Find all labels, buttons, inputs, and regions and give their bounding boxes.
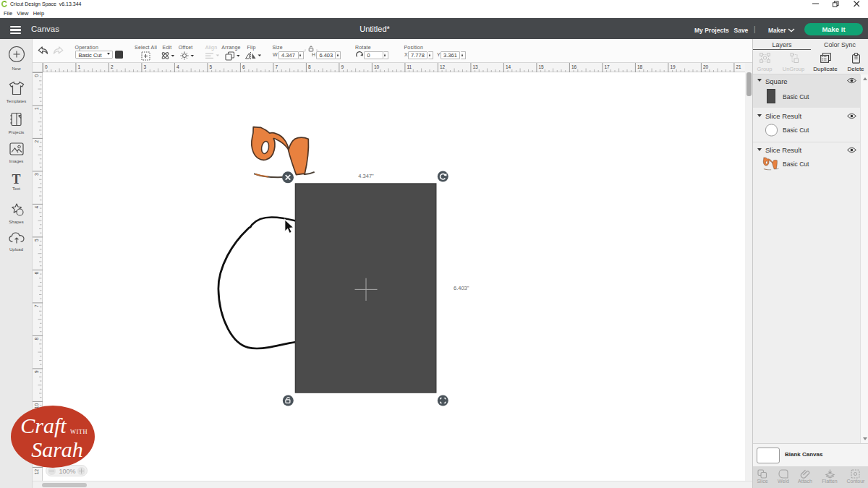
svg-text:17: 17 (604, 64, 610, 69)
svg-text:8: 8 (34, 338, 39, 341)
svg-text:1: 1 (34, 107, 39, 110)
svg-text:3: 3 (34, 173, 39, 176)
svg-text:21: 21 (736, 64, 741, 69)
svg-text:8: 8 (308, 64, 311, 69)
svg-text:6: 6 (34, 272, 39, 275)
svg-text:14: 14 (506, 64, 511, 69)
svg-text:9: 9 (341, 64, 344, 69)
svg-text:6.403": 6.403" (454, 285, 469, 291)
svg-text:12: 12 (440, 64, 446, 69)
svg-text:13: 13 (472, 64, 478, 69)
svg-text:10: 10 (374, 64, 380, 69)
svg-text:20: 20 (703, 64, 709, 69)
svg-text:4: 4 (34, 206, 39, 209)
svg-text:2: 2 (111, 64, 114, 69)
svg-text:5: 5 (34, 239, 39, 241)
svg-text:15: 15 (538, 64, 544, 69)
svg-text:5: 5 (209, 64, 212, 69)
svg-text:0: 0 (34, 74, 39, 77)
svg-text:19: 19 (670, 64, 676, 69)
svg-text:18: 18 (637, 64, 643, 69)
svg-text:9: 9 (34, 370, 39, 373)
svg-text:7: 7 (34, 304, 39, 307)
svg-text:0: 0 (45, 64, 48, 69)
svg-text:1: 1 (77, 64, 80, 69)
svg-text:16: 16 (571, 64, 577, 69)
svg-text:7: 7 (275, 64, 278, 69)
svg-text:3: 3 (143, 64, 146, 69)
svg-text:4: 4 (176, 64, 179, 69)
svg-text:2: 2 (34, 140, 39, 143)
svg-text:11: 11 (407, 64, 412, 69)
svg-text:12: 12 (34, 469, 39, 475)
svg-text:4.347": 4.347" (358, 173, 374, 179)
svg-text:6: 6 (242, 64, 245, 69)
